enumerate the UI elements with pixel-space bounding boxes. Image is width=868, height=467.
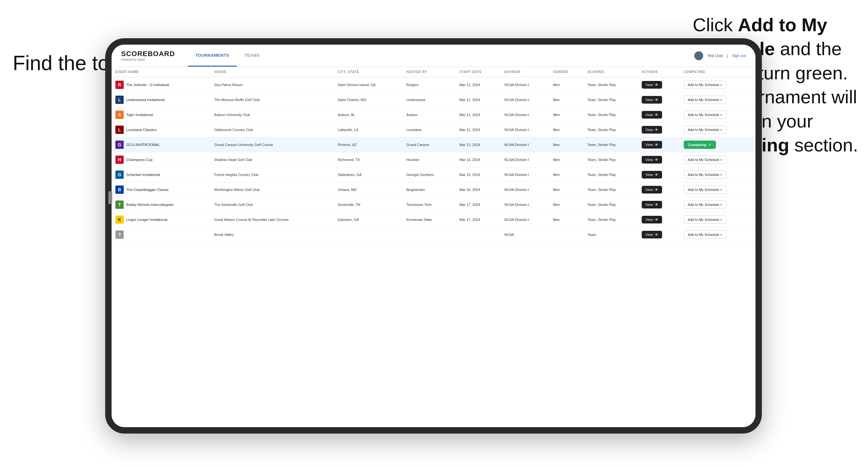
logo-sub: Powered by clippd [121,58,175,61]
city-state-cell: Auburn, AL [334,107,402,122]
add-to-schedule-button[interactable]: Add to My Schedule + [684,230,726,239]
add-to-schedule-button[interactable]: Add to My Schedule + [684,186,726,194]
table-row: L Lindenwood Invitational The Missouri B… [112,92,755,107]
eye-icon: 👁 [655,143,658,147]
col-gender: GENDER [549,67,584,77]
gender-cell: Men [549,212,584,227]
app-header: SCOREBOARD Powered by clippd TOURNAMENTS… [112,44,755,67]
view-button[interactable]: View 👁 [642,81,662,89]
event-name: Champions Cup [126,157,152,162]
start-date-cell: Mar 15, 2024 [456,167,500,182]
division-cell: NCAA Division I [500,197,549,212]
start-date-cell: Mar 17, 2024 [456,212,500,227]
tab-tournaments[interactable]: TOURNAMENTS [188,44,237,67]
competing-cell: Add to My Schedule + [680,182,755,197]
add-to-schedule-button[interactable]: Add to My Schedule + [684,111,726,119]
gender-cell: Men [549,152,584,167]
hosted-by-cell: Rutgers [403,77,456,92]
venue-cell: Brook Valley [210,227,334,242]
competing-button[interactable]: Competing ✓ [684,141,716,149]
view-button[interactable]: View 👁 [642,126,662,133]
eye-icon: 👁 [655,83,658,87]
view-button[interactable]: View 👁 [642,156,662,163]
venue-cell: Oakbourne Country Club [210,122,334,137]
actions-cell: View 👁 [638,137,680,152]
competing-cell: Add to My Schedule + [680,227,755,242]
table-container[interactable]: EVENT NAME VENUE CITY, STATE HOSTED BY S… [112,67,755,427]
hosted-by-cell: Grand Canyon [403,137,456,152]
view-button[interactable]: View 👁 [642,186,662,193]
view-button[interactable]: View 👁 [642,231,662,239]
signout-link[interactable]: Sign out [732,54,746,58]
side-indicator[interactable] [108,191,112,204]
view-button[interactable]: View 👁 [642,216,662,223]
start-date-cell: Mar 12, 2024 [456,137,500,152]
view-button[interactable]: View 👁 [642,96,662,103]
event-name-cell: H Champions Cup [112,152,210,167]
team-logo: B [115,186,124,194]
col-actions: ACTIONS [638,67,680,77]
eye-icon: 👁 [655,188,658,192]
venue-cell: The Sevierville Golf Club [210,197,334,212]
team-logo: T [115,200,124,209]
table-row: L Louisiana Classics Oakbourne Country C… [112,122,755,137]
col-hosted-by: HOSTED BY [403,67,456,77]
division-cell: NCAA Division I [500,77,549,92]
event-name-cell: K Linger Longer Invitational [112,212,210,227]
col-start-date: START DATE [456,67,500,77]
event-name: Linger Longer Invitational [126,217,167,222]
user-icon: 👤 [694,51,703,60]
actions-cell: View 👁 [638,107,680,122]
event-name-cell: T Bobby Nichols Intercollegiate [112,197,210,212]
actions-cell: View 👁 [638,152,680,167]
gender-cell: Men [549,167,584,182]
view-button[interactable]: View 👁 [642,141,662,149]
add-to-schedule-button[interactable]: Add to My Schedule + [684,170,726,179]
hosted-by-cell: Tennessee Tech [403,197,456,212]
event-name: Schenkel Invitational [126,173,160,177]
competing-cell: Add to My Schedule + [680,107,755,122]
view-button[interactable]: View 👁 [642,171,662,179]
col-competing: COMPETING [680,67,755,77]
team-logo: H [115,156,124,164]
eye-icon: 👁 [655,233,658,237]
city-state-cell: Eatonton, GA [334,212,402,227]
city-state-cell: Phoenix, AZ [334,137,402,152]
actions-cell: View 👁 [638,92,680,107]
division-cell: NCAA Division I [500,212,549,227]
scoring-cell: Team, Stroke Play [584,182,638,197]
add-to-schedule-button[interactable]: Add to My Schedule + [684,216,726,224]
add-to-schedule-button[interactable]: Add to My Schedule + [684,96,726,104]
add-to-schedule-button[interactable]: Add to My Schedule + [684,156,726,164]
team-logo: G [115,170,124,179]
division-cell: NCAA Division I [500,92,549,107]
venue-cell: Shadow Hawk Golf Club [210,152,334,167]
city-state-cell: Saint Simons Island, GA [334,77,402,92]
col-event-name: EVENT NAME [112,67,210,77]
table-row: G GCU INVITATIONAL Grand Canyon Universi… [112,137,755,152]
table-row: K Linger Longer Invitational Great Water… [112,212,755,227]
col-division: DIVISION [500,67,549,77]
add-to-schedule-button[interactable]: Add to My Schedule + [684,126,726,134]
table-row: G Schenkel Invitational Forest Heights C… [112,167,755,182]
view-button[interactable]: View 👁 [642,201,662,209]
city-state-cell: Saint Charles, MO [334,92,402,107]
check-icon: ✓ [708,143,712,147]
logo-text: SCOREBOARD [121,50,175,57]
gender-cell: Men [549,122,584,137]
event-name: The Johnnie - O Individual [126,83,169,87]
add-to-schedule-button[interactable]: Add to My Schedule + [684,200,726,209]
add-to-schedule-button[interactable]: Add to My Schedule + [684,81,726,89]
city-state-cell: Lafayette, LA [334,122,402,137]
competing-cell: Add to My Schedule + [680,212,755,227]
event-name: Bobby Nichols Intercollegiate [126,203,174,207]
event-name-cell: R The Johnnie - O Individual [112,77,210,92]
hosted-by-cell: Louisiana [403,122,456,137]
event-name-cell: G GCU INVITATIONAL [112,137,210,152]
hosted-by-cell: Binghamton [403,182,456,197]
view-button[interactable]: View 👁 [642,111,662,119]
tab-teams[interactable]: TEAMS [237,44,267,67]
table-row: T Bobby Nichols Intercollegiate The Sevi… [112,197,755,212]
gender-cell: Men [549,77,584,92]
eye-icon: 👁 [655,113,658,117]
